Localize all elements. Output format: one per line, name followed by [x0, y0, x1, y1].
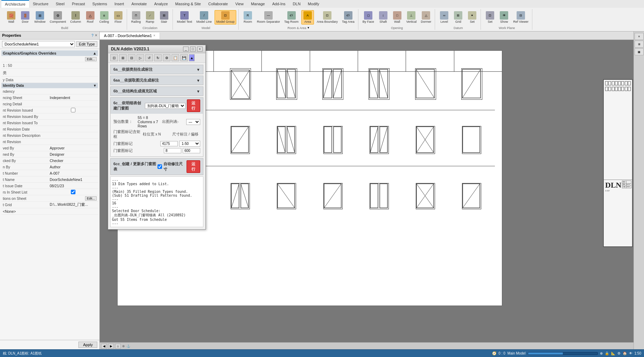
shaft-button[interactable]: ↕ Shaft — [377, 10, 390, 24]
tab-annotate[interactable]: Annotate — [128, 0, 150, 8]
tab-modify[interactable]: Modify — [304, 0, 323, 8]
identity-data-header[interactable]: Identity Data ▼ — [1, 83, 98, 88]
canvas-tab-close[interactable]: × — [153, 34, 155, 37]
model-line-button[interactable]: / Model Line — [195, 10, 213, 24]
component-button[interactable]: ⚙ Component — [48, 10, 68, 24]
nav-prev-button[interactable]: ◀ — [101, 344, 107, 349]
floor-button[interactable]: ▭ Floor — [112, 10, 125, 24]
tag-area-button[interactable]: 🏷 Tag Area — [341, 10, 356, 24]
room-area-dropdown-icon[interactable]: ▼ — [307, 26, 310, 29]
dln-section-6c-header[interactable]: 6c__依明细表创建门窗图 别列表-DLN_门窗明细 运行 — [111, 98, 203, 114]
column-button[interactable]: I Column — [69, 10, 83, 24]
nav-home-button[interactable]: ⌂ — [115, 344, 121, 349]
dln-tool-3[interactable]: ⊟ — [128, 54, 135, 61]
tab-structure[interactable]: Structure — [29, 0, 52, 8]
set-button[interactable]: ✦ Set — [466, 10, 478, 24]
graphics-section-header[interactable]: Graphics/Graphics Overrides ▲ — [1, 50, 98, 56]
railing-button[interactable]: ⊓ Railing — [130, 10, 142, 24]
right-mini-btn-3[interactable]: ▦ — [635, 48, 644, 55]
sheet-grid-value: D:\...Work\0822_门窗... — [50, 202, 97, 207]
views-on-sheet-edit-button[interactable]: Edit... — [85, 196, 97, 201]
dln-section-6aa-header[interactable]: 6aa__依据取图元生成标注 ▼ — [111, 76, 203, 85]
canvas-tab-a007[interactable]: A-007 - DoorScheduleNew1 × — [100, 33, 160, 39]
ref-viewer-button[interactable]: ⊟ Ref Viewer — [512, 10, 530, 24]
model-group-button[interactable]: ⊡ Model Group — [215, 10, 236, 24]
door-drawing-23 — [416, 183, 435, 209]
dln-close-button[interactable]: × — [197, 47, 203, 51]
dln-section-6c-run-button[interactable]: 运行 — [187, 99, 200, 112]
area-button[interactable]: A Area — [301, 10, 314, 24]
dln-tool-8[interactable]: 📋 — [172, 54, 179, 61]
dormer-button[interactable]: △ Dormer — [419, 10, 433, 24]
model-text-button[interactable]: T Model Text — [176, 10, 194, 24]
dln-mark-input[interactable] — [164, 148, 181, 153]
dln-section-6cc-run-button[interactable]: 运行 — [187, 160, 200, 173]
wall-opening-button[interactable]: □ Wall — [391, 10, 404, 24]
dln-colwidth-input[interactable] — [160, 141, 178, 146]
dln-offset-input[interactable] — [183, 148, 200, 153]
dln-tool-10[interactable]: ▲ — [189, 54, 195, 61]
in-sheet-list-label: rs In Sheet List — [3, 190, 50, 194]
right-mini-btn-2[interactable]: ⊞ — [635, 41, 644, 48]
dln-tool-4[interactable]: ▷ — [136, 54, 144, 61]
tab-collaborate[interactable]: Collaborate — [205, 0, 231, 8]
rev-issued-checkbox — [50, 108, 97, 112]
dln-tool-9[interactable]: 💾 — [180, 54, 188, 61]
door-button[interactable]: 🚪 Door — [19, 10, 31, 24]
grid-button[interactable]: ⊞ Grid — [452, 10, 464, 24]
show-button[interactable]: 👁 Show — [498, 10, 510, 24]
dln-tool-6[interactable]: ↻ — [154, 54, 162, 61]
dln-tool-1[interactable]: ⊡ — [110, 54, 118, 61]
wall-button[interactable]: 🧱 Wall — [5, 10, 18, 24]
ceiling-button[interactable]: ≡ Ceiling — [98, 10, 111, 24]
dln-minimize-button[interactable]: _ — [183, 47, 189, 51]
right-mini-btn-1[interactable]: ≡ — [635, 33, 644, 40]
vertical-button[interactable]: ⊥ Vertical — [405, 10, 418, 24]
level-label: Level — [440, 20, 448, 23]
edit-type-button[interactable]: Edit Type — [76, 41, 97, 47]
dln-maximize-button[interactable]: □ — [190, 47, 196, 51]
tab-steel[interactable]: Steel — [52, 0, 68, 8]
tab-massing[interactable]: Massing & Site — [172, 0, 204, 8]
tab-manage[interactable]: Manage — [247, 0, 268, 8]
properties-help-link[interactable]: ? — [91, 34, 93, 37]
tab-addins[interactable]: Add-Ins — [269, 0, 289, 8]
tab-view[interactable]: View — [232, 0, 247, 8]
tab-analyze[interactable]: Analyze — [150, 0, 171, 8]
dln-auto-checkbox[interactable] — [158, 164, 162, 169]
tab-architecture[interactable]: Architecture — [1, 0, 29, 8]
column-label: Column — [70, 20, 81, 23]
dln-section-6cc-header[interactable]: 6cc_创建 / 更新多门窗图表 自动修注尺寸 运行 — [111, 159, 203, 175]
left-panel-footer: Apply — [0, 340, 99, 349]
window-button[interactable]: ⊞ Window — [33, 10, 47, 24]
view-selector-dropdown[interactable]: DoorScheduleNew1 — [2, 41, 75, 47]
circulation-group-label: Circulation — [142, 26, 158, 30]
workplane-set-button[interactable]: ⊡ Set — [484, 10, 496, 24]
by-face-button[interactable]: ◻ By Face — [361, 10, 376, 24]
graphics-edit-button[interactable]: Edit... — [85, 57, 97, 61]
tab-precast[interactable]: Precast — [68, 0, 88, 8]
tag-area-label: Tag Area — [342, 20, 355, 23]
dln-tool-2[interactable]: ⊞ — [119, 54, 127, 61]
dln-output-select[interactable]: — — [186, 119, 200, 125]
tab-dln[interactable]: DLN — [289, 0, 304, 8]
dln-schedule-select[interactable]: 别列表-DLN_门窗明细 — [145, 103, 186, 109]
apply-button[interactable]: Apply — [78, 342, 97, 348]
roof-button[interactable]: △ Roof — [84, 10, 97, 24]
room-button[interactable]: R Room — [241, 10, 254, 24]
area-boundary-button[interactable]: ⊡ Area Boundary — [315, 10, 339, 24]
stair-button[interactable]: ⊞ Stair — [158, 10, 170, 24]
tab-insert[interactable]: Insert — [111, 0, 128, 8]
dln-section-6a-header[interactable]: 6a__依据类别生成标注 ▼ — [111, 65, 203, 74]
dln-scale-select[interactable]: 1-50 — [179, 141, 200, 147]
dln-tool-5[interactable]: ↺ — [145, 54, 153, 61]
tag-room-button[interactable]: 🏷 Tag Room — [283, 10, 300, 24]
dln-tool-7[interactable]: ⚙ — [163, 54, 170, 61]
room-separator-button[interactable]: — Room Separator — [255, 10, 281, 24]
properties-close-btn[interactable]: × — [95, 33, 97, 38]
level-button[interactable]: ═ Level — [438, 10, 450, 24]
ramp-button[interactable]: ⟋ Ramp — [144, 10, 156, 24]
dln-section-6b-header[interactable]: 6b__依结构生成填充区域 ▼ — [111, 87, 203, 96]
tab-systems[interactable]: Systems — [89, 0, 111, 8]
nav-next-button[interactable]: ▶ — [108, 344, 114, 349]
